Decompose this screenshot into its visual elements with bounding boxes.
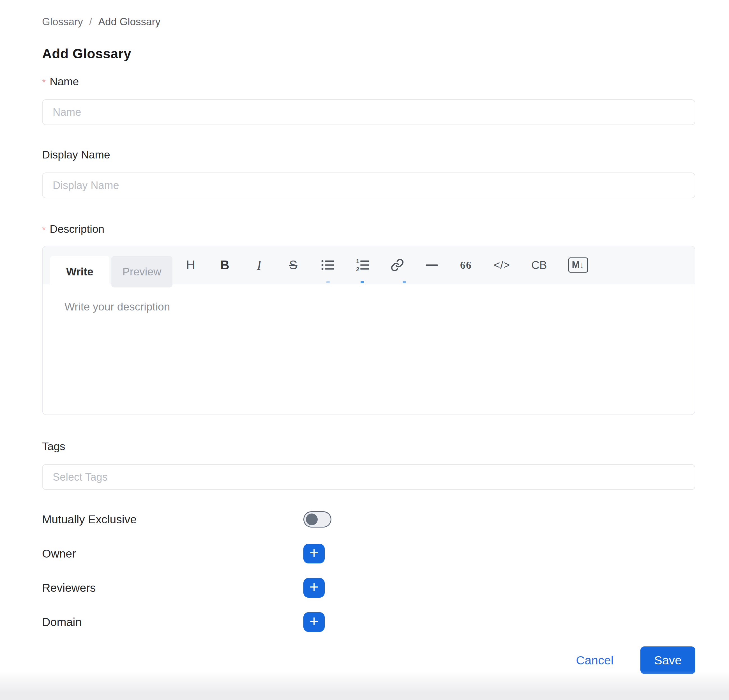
- breadcrumb-separator: /: [89, 15, 92, 28]
- add-owner-button[interactable]: +: [304, 544, 325, 563]
- display-name-label: Display Name: [42, 148, 696, 161]
- link-indicator-dot: [403, 281, 406, 283]
- description-editor-toolbar: Write Preview H B I S: [43, 246, 695, 285]
- breadcrumb-glossary[interactable]: Glossary: [42, 15, 83, 28]
- owner-label: Owner: [42, 547, 304, 561]
- editor-toolbar-icons: H B I S 1 2: [184, 246, 588, 284]
- tab-preview[interactable]: Preview: [111, 256, 173, 288]
- link-icon[interactable]: [391, 246, 404, 284]
- domain-row: Domain +: [42, 612, 696, 632]
- breadcrumb: Glossary / Add Glossary: [42, 15, 696, 28]
- description-label: * Description: [42, 222, 696, 236]
- strikethrough-icon[interactable]: S: [287, 246, 300, 284]
- bold-icon[interactable]: B: [218, 246, 231, 284]
- breadcrumb-add-glossary: Add Glossary: [98, 15, 160, 28]
- code-icon[interactable]: </>: [494, 246, 510, 284]
- svg-text:1: 1: [356, 258, 359, 264]
- tab-write[interactable]: Write: [50, 256, 109, 288]
- tags-label: Tags: [42, 440, 696, 453]
- add-domain-button[interactable]: +: [304, 612, 325, 632]
- quote-icon[interactable]: 66: [460, 246, 472, 284]
- horizontal-rule-icon[interactable]: [425, 246, 438, 284]
- add-reviewers-button[interactable]: +: [304, 578, 325, 598]
- bullet-list-indicator-dot: [326, 281, 330, 283]
- italic-icon[interactable]: I: [253, 246, 266, 284]
- editor-tabs: Write Preview: [50, 256, 173, 284]
- numbered-list-icon[interactable]: 1 2: [356, 246, 369, 284]
- description-editor: Write Preview H B I S: [42, 246, 696, 415]
- numbered-list-indicator-dot: [360, 281, 364, 283]
- page-bottom-gradient: [0, 671, 729, 700]
- name-label: * Name: [42, 75, 696, 89]
- tags-label-text: Tags: [42, 440, 65, 453]
- display-name-label-text: Display Name: [42, 148, 110, 161]
- svg-text:2: 2: [356, 266, 359, 272]
- required-asterisk: *: [42, 222, 46, 236]
- mutually-exclusive-row: Mutually Exclusive: [42, 510, 696, 529]
- domain-label: Domain: [42, 616, 304, 629]
- owner-row: Owner +: [42, 544, 696, 563]
- save-button[interactable]: Save: [640, 646, 696, 674]
- description-textarea[interactable]: [43, 285, 695, 411]
- code-block-icon[interactable]: CB: [532, 246, 547, 284]
- cancel-button[interactable]: Cancel: [576, 654, 613, 667]
- option-rows: Mutually Exclusive Owner + Reviewers + D…: [42, 510, 696, 632]
- name-label-text: Name: [49, 75, 79, 89]
- tags-input[interactable]: [42, 464, 696, 490]
- reviewers-row: Reviewers +: [42, 578, 696, 598]
- add-glossary-form: Glossary / Add Glossary Add Glossary * N…: [42, 0, 696, 674]
- description-label-text: Description: [49, 222, 104, 236]
- page-title: Add Glossary: [42, 46, 696, 62]
- markdown-icon[interactable]: M↓: [568, 246, 588, 284]
- name-input[interactable]: [42, 99, 696, 125]
- reviewers-label: Reviewers: [42, 581, 304, 594]
- footer-actions: Cancel Save: [42, 646, 696, 674]
- required-asterisk: *: [42, 75, 46, 89]
- display-name-input[interactable]: [42, 173, 696, 198]
- bullet-list-icon[interactable]: [321, 246, 334, 284]
- toggle-knob: [306, 514, 318, 525]
- heading-icon[interactable]: H: [184, 246, 197, 284]
- mutually-exclusive-label: Mutually Exclusive: [42, 513, 304, 526]
- mutually-exclusive-toggle[interactable]: [304, 511, 331, 527]
